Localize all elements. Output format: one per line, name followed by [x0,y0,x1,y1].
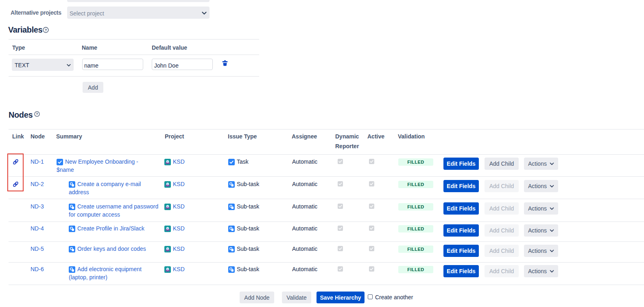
svg-text:?: ? [36,112,38,116]
svg-text:?: ? [45,28,47,32]
